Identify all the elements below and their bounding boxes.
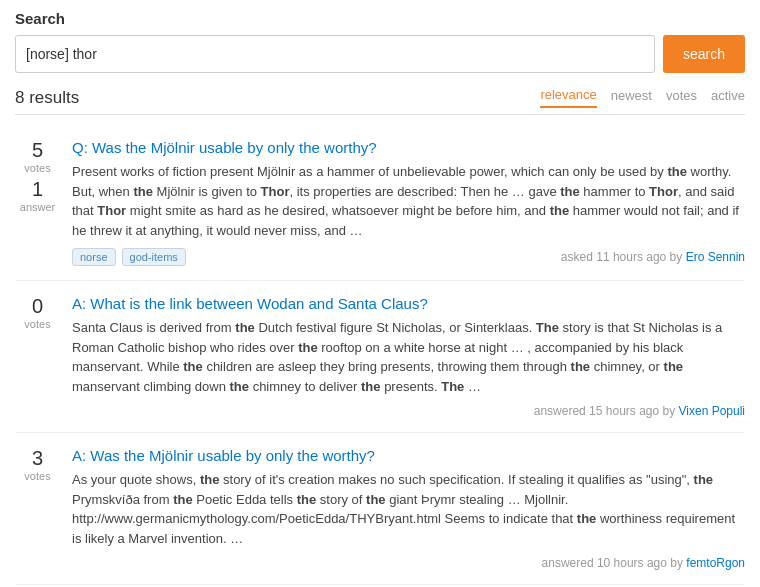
- results-header: 8 results relevance newest votes active: [15, 87, 745, 115]
- vote-section-3: 3 votes: [15, 447, 60, 570]
- search-label: Search: [15, 10, 745, 27]
- tags-and-meta-3: answered 10 hours ago by femtoRgon: [72, 556, 745, 570]
- search-bar: search: [15, 35, 745, 73]
- result-title-1[interactable]: Q: Was the Mjölnir usable by only the wo…: [72, 139, 745, 156]
- vote-section-2: 0 votes: [15, 295, 60, 418]
- vote-count-1: 5: [15, 139, 60, 162]
- result-excerpt-1: Present works of fiction present Mjölnir…: [72, 162, 745, 240]
- result-content-3: A: Was the Mjölnir usable by only the wo…: [72, 447, 745, 570]
- vote-label-3: votes: [15, 470, 60, 482]
- result-item-2: 0 votes A: What is the link between Woda…: [15, 281, 745, 433]
- answer-label-1: answer: [15, 201, 60, 213]
- search-input[interactable]: [15, 35, 655, 73]
- meta-text-2: answered 15 hours ago by: [534, 404, 679, 418]
- result-item-3: 3 votes A: Was the Mjölnir usable by onl…: [15, 433, 745, 585]
- result-excerpt-2: Santa Claus is derived from the Dutch fe…: [72, 318, 745, 396]
- author-link-2[interactable]: Vixen Populi: [679, 404, 746, 418]
- author-link-3[interactable]: femtoRgon: [686, 556, 745, 570]
- meta-text-1: asked 11 hours ago by: [561, 250, 686, 264]
- page-wrapper: Search search 8 results relevance newest…: [0, 0, 760, 587]
- vote-label-2: votes: [15, 318, 60, 330]
- meta-text-3: answered 10 hours ago by: [542, 556, 687, 570]
- sort-tab-active[interactable]: active: [711, 88, 745, 107]
- result-item-1: 5 votes 1 answer Q: Was the Mjölnir usab…: [15, 125, 745, 281]
- results-count: 8 results: [15, 88, 540, 108]
- sort-tab-newest[interactable]: newest: [611, 88, 652, 107]
- result-excerpt-3: As your quote shows, the story of it's c…: [72, 470, 745, 548]
- meta-info-3: answered 10 hours ago by femtoRgon: [542, 556, 745, 570]
- tag-god-items[interactable]: god-items: [122, 248, 186, 266]
- sort-tab-votes[interactable]: votes: [666, 88, 697, 107]
- result-content-1: Q: Was the Mjölnir usable by only the wo…: [72, 139, 745, 266]
- result-content-2: A: What is the link between Wodan and Sa…: [72, 295, 745, 418]
- answer-count-1: 1: [15, 178, 60, 201]
- tags-and-meta-2: answered 15 hours ago by Vixen Populi: [72, 404, 745, 418]
- meta-info-2: answered 15 hours ago by Vixen Populi: [534, 404, 745, 418]
- search-button[interactable]: search: [663, 35, 745, 73]
- vote-count-2: 0: [15, 295, 60, 318]
- author-link-1[interactable]: Ero Sennin: [686, 250, 745, 264]
- result-title-2[interactable]: A: What is the link between Wodan and Sa…: [72, 295, 745, 312]
- vote-label-1: votes: [15, 162, 60, 174]
- sort-tabs: relevance newest votes active: [540, 87, 745, 108]
- sort-tab-relevance[interactable]: relevance: [540, 87, 596, 108]
- meta-info-1: asked 11 hours ago by Ero Sennin: [561, 250, 745, 264]
- vote-count-3: 3: [15, 447, 60, 470]
- tags-and-meta-1: norse god-items asked 11 hours ago by Er…: [72, 248, 745, 266]
- vote-section-1: 5 votes 1 answer: [15, 139, 60, 266]
- result-title-3[interactable]: A: Was the Mjölnir usable by only the wo…: [72, 447, 745, 464]
- tag-norse[interactable]: norse: [72, 248, 116, 266]
- tags-1: norse god-items: [72, 248, 186, 266]
